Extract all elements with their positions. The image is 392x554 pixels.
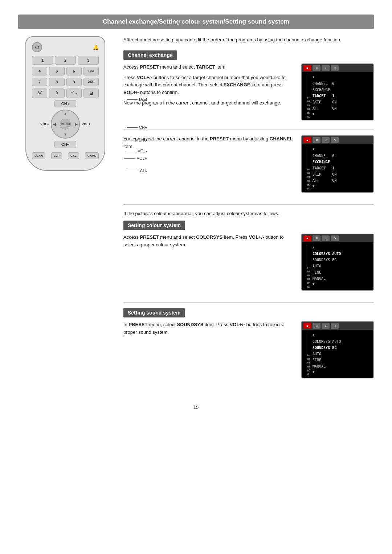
nav-left[interactable]: ◀ xyxy=(53,122,56,126)
screen-row-auto: AUTO xyxy=(313,263,341,269)
ch-minus-area: CH– xyxy=(32,141,99,148)
button-game[interactable]: GAME xyxy=(85,152,99,159)
screen-arrows-2: ▲ xyxy=(313,146,336,152)
preset-label-4: P R E S E T xyxy=(305,332,310,376)
button-4[interactable]: 4 xyxy=(32,67,47,75)
separator-3 xyxy=(123,302,374,303)
screen-top-bar-3: ■ ≋ ♪ ⊕ xyxy=(302,234,373,242)
colour-system-section: If the picture's colour is abnormal, you… xyxy=(123,210,374,294)
ch-minus-side-label: CH- xyxy=(127,169,147,173)
separator-1 xyxy=(123,130,374,130)
button-5[interactable]: 5 xyxy=(49,67,64,75)
screen-icon-nav-4: ⊕ xyxy=(331,323,339,329)
digit-label: Digit xyxy=(127,97,147,102)
button-ch-plus[interactable]: CH+ xyxy=(54,100,76,107)
screen-row-channel-1: CHANNEL 0 xyxy=(313,81,336,87)
screen-arrows-1: ▲ xyxy=(313,74,336,80)
button-9[interactable]: 9 xyxy=(66,78,82,86)
screen-arrows-down-3: ▼ xyxy=(313,282,341,287)
nav-ring: ▲ ▼ ◀ ▶ MENU xyxy=(51,110,80,139)
special-row: AV 0 –/… ⊟ xyxy=(32,89,99,98)
nav-up[interactable]: ▲ xyxy=(64,112,67,116)
preset-label-3: P R E S E T xyxy=(305,245,310,288)
screen-row-aft-2: AFT ON xyxy=(313,177,336,184)
screen-exchange: ■ ≋ ♪ ⊕ P R E S E T ▲ CHANNEL 0 EXCHANGE… xyxy=(301,135,374,193)
screen-icon-signal-4: ≋ xyxy=(313,323,320,329)
screen-icon-signal-2: ≋ xyxy=(313,137,320,143)
screen-row-target-2: TARGET 1 xyxy=(313,165,336,171)
button-2[interactable]: 2 xyxy=(55,56,76,65)
screen-top-bar-4: ■ ≋ ♪ ⊕ xyxy=(302,322,373,330)
channel-exchange-title: Channel exchange xyxy=(123,50,177,60)
button-dsp[interactable]: DSP xyxy=(83,78,99,86)
screen-icon-nav-1: ⊕ xyxy=(331,65,339,71)
screen-top-bar-1: ■ ≋ ♪ ⊕ xyxy=(302,64,373,72)
nav-area: VOL– ▲ ▼ ◀ ▶ MENU VOL+ xyxy=(32,110,99,139)
button-subtitle[interactable]: ⊟ xyxy=(83,89,99,98)
screen-icon-signal-1: ≋ xyxy=(313,65,320,71)
screen-body-1: P R E S E T ▲ CHANNEL 0 EXCHANGE TARGET … xyxy=(302,72,373,120)
button-pm[interactable]: P.M xyxy=(83,67,99,75)
ch-plus-area: CH+ xyxy=(32,100,99,107)
screen-soundsys: ■ ≋ ♪ ⊕ P R E S E T ▲ COLORSYS AUTO SOUN… xyxy=(301,321,374,378)
button-ch-minus[interactable]: CH– xyxy=(54,141,76,148)
button-1[interactable]: 1 xyxy=(32,56,53,65)
channel-exchange-block1: ■ ≋ ♪ ⊕ P R E S E T ▲ CHANNEL 0 EXCHANGE… xyxy=(123,63,374,124)
screen-row-aft-1: AFT ON xyxy=(313,105,336,111)
screen-row-fine: FINE xyxy=(313,269,341,275)
power-button[interactable]: ⏻ xyxy=(32,42,42,52)
screen-content-3: ▲ COLORSYS AUTO SOUNDSYS BG AUTO FINE MA… xyxy=(313,245,341,288)
header-title: Channel exchange/Setting colour system/S… xyxy=(103,18,289,25)
screen-row-colorsys-4: COLORSYS AUTO xyxy=(313,338,341,345)
vol-minus-label: VOL– xyxy=(40,122,49,126)
button-dash[interactable]: –/… xyxy=(66,89,82,98)
screen-top-bar-2: ■ ≋ ♪ ⊕ xyxy=(302,136,373,144)
preset-label-2: P R E S E T xyxy=(305,146,310,190)
screen-body-2: P R E S E T ▲ CHANNEL 0 EXCHANGE TARGET … xyxy=(302,144,373,192)
sound-system-title: Setting sound system xyxy=(123,308,185,317)
page-number: 15 xyxy=(18,405,374,410)
screen-body-4: P R E S E T ▲ COLORSYS AUTO SOUNDSYS BG … xyxy=(302,330,373,378)
colour-system-title: Setting colour system xyxy=(123,221,185,230)
right-column: After channel presetting, you can edit t… xyxy=(123,36,374,390)
vol-minus-side-label: VOL- xyxy=(125,149,147,153)
intro-text: After channel presetting, you can edit t… xyxy=(123,36,374,44)
button-scan[interactable]: SCAN xyxy=(32,152,45,159)
screen-icon-signal-3: ≋ xyxy=(313,235,320,241)
screen-row-manual: MANUAL xyxy=(313,275,341,282)
button-6[interactable]: 6 xyxy=(66,67,82,75)
screen-colorsys: ■ ≋ ♪ ⊕ P R E S E T ▲ COLORSYS AUTO SOUN… xyxy=(301,234,374,291)
power-icon: ⏻ xyxy=(35,45,39,50)
screen-row-exchange-1: EXCHANGE xyxy=(313,87,336,93)
button-av[interactable]: AV xyxy=(32,89,47,98)
screen-content-1: ▲ CHANNEL 0 EXCHANGE TARGET 1 SKIP ON AF… xyxy=(313,74,336,118)
colour-system-intro: If the picture's colour is abnormal, you… xyxy=(123,210,374,218)
number-grid-row1: 1 2 3 xyxy=(32,56,99,65)
screen-icon-red-2: ■ xyxy=(303,137,311,143)
button-7[interactable]: 7 xyxy=(32,78,47,86)
button-3[interactable]: 3 xyxy=(78,56,99,65)
nav-right[interactable]: ▶ xyxy=(75,122,78,126)
screen-arrows-down-1: ▼ xyxy=(313,111,336,117)
nav-down[interactable]: ▼ xyxy=(64,132,67,136)
button-slp[interactable]: SLP xyxy=(51,152,62,159)
screen-row-exchange-2: EXCHANGE xyxy=(313,159,336,165)
button-cal[interactable]: CAL xyxy=(68,152,79,159)
bottom-buttons: SCAN SLP CAL GAME xyxy=(32,152,99,159)
screen-arrows-4: ▲ xyxy=(313,332,341,337)
page-header: Channel exchange/Setting colour system/S… xyxy=(18,15,374,29)
screen-icon-audio-2: ♪ xyxy=(322,137,330,143)
screen-arrows-3: ▲ xyxy=(313,245,341,250)
separator-2 xyxy=(123,204,374,205)
screen-row-auto-4: AUTO xyxy=(313,351,341,357)
left-column: ⏻ 🔔 1 2 3 4 5 6 P.M 7 8 xyxy=(18,36,113,390)
screen-row-soundsys-4: SOUNDSYS BG xyxy=(313,345,341,351)
button-8[interactable]: 8 xyxy=(49,78,64,86)
button-0[interactable]: 0 xyxy=(49,89,64,98)
menu-center-button[interactable]: MENU xyxy=(60,119,71,130)
speaker-icon: 🔔 xyxy=(93,44,99,50)
screen-body-3: P R E S E T ▲ COLORSYS AUTO SOUNDSYS BG … xyxy=(302,242,373,290)
screen-arrows-down-4: ▼ xyxy=(313,369,341,375)
ch-plus-side-label: CH+ xyxy=(127,125,147,130)
colour-system-block: ■ ≋ ♪ ⊕ P R E S E T ▲ COLORSYS AUTO SOUN… xyxy=(123,234,374,295)
